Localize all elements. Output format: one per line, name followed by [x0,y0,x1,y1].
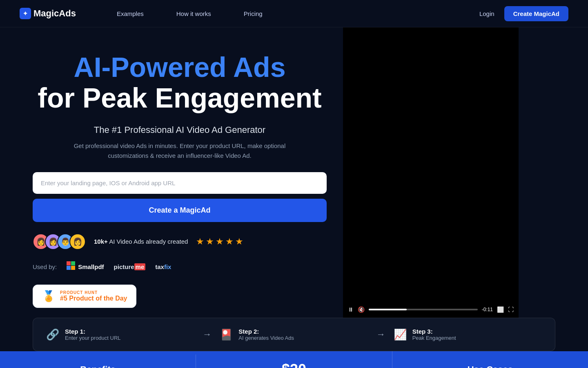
video-progress-fill [369,309,407,310]
star-4: ★ [225,236,234,247]
bottom-benefits-title: Benefits [80,364,116,368]
used-by-label: Used by: [33,263,57,270]
nav-link-examples[interactable]: Examples [100,0,160,27]
avatar: 👩 [69,233,86,250]
taxfix-name: taxfix [155,263,171,270]
svg-rect-0 [67,261,71,265]
used-by-section: Used by: Smallpdf pictureme taxfix [33,261,327,272]
ph-medal-icon: 🏅 [42,290,55,303]
fullscreen-button[interactable]: ⛶ [508,306,514,313]
smallpdf-icon [67,261,76,272]
navbar: ✦ MagicAds Examples How it works Pricing… [0,0,588,27]
avatar-group: 👩 👩 👨 👩 [33,233,86,250]
nav-link-pricing[interactable]: Pricing [227,0,279,27]
step-3: 📈 Step 3: Peak Engagement [394,328,542,341]
star-rating: ★ ★ ★ ★ ★ [196,236,243,247]
svg-rect-1 [71,261,75,265]
nav-actions: Login Create MagicAd [476,6,568,21]
logo-icon: ✦ [20,8,31,19]
bottom-col-use-cases: Use Cases [392,355,588,368]
ph-badge-text: PRODUCT HUNT #5 Product of the Day [60,290,127,302]
bottom-col-price: $30 [196,351,392,368]
step-1-text: Step 1: Enter your product URL [65,328,121,341]
bottom-use-cases-title: Use Cases [468,364,513,368]
video-controls: ⏸ 🔇 -0:11 ⬜ ⛶ [343,301,519,318]
star-2: ★ [206,236,214,247]
pictureme-name: pictureme [114,263,146,270]
brand-taxfix: taxfix [155,263,171,270]
step-3-desc: Peak Engagement [412,335,456,341]
social-proof: 👩 👩 👨 👩 10k+ AI Video Ads already create… [33,233,327,250]
create-magicad-nav-button[interactable]: Create MagicAd [504,6,568,21]
hero-video: ⏸ 🔇 -0:11 ⬜ ⛶ [343,27,519,318]
star-3: ★ [216,236,224,247]
ph-title: #5 Product of the Day [60,295,127,302]
pip-button[interactable]: ⬜ [497,306,504,313]
hero-section: AI-Powered Ads for Peak Engagement The #… [0,27,588,318]
product-hunt-badge[interactable]: 🏅 PRODUCT HUNT #5 Product of the Day [33,285,136,308]
login-button[interactable]: Login [476,10,498,17]
hero-title-blue: AI-Powered Ads [33,52,327,83]
steps-bar: 🔗 Step 1: Enter your product URL → 🎴 Ste… [33,318,555,351]
step-2-label: Step 2: [238,328,294,335]
step-2: 🎴 Step 2: AI generates Video Ads [220,328,368,341]
step-2-icon: 🎴 [220,328,233,341]
hero-title-white: for Peak Engagement [33,83,327,113]
step-1: 🔗 Step 1: Enter your product URL [46,328,194,341]
video-time: -0:11 [482,307,493,312]
social-proof-text: 10k+ AI Video Ads already created [94,238,188,245]
ph-tag: PRODUCT HUNT [60,290,127,295]
step-arrow-1: → [203,329,212,340]
nav-link-how-it-works[interactable]: How it works [160,0,227,27]
step-arrow-2: → [376,329,385,340]
smallpdf-name: Smallpdf [78,263,104,270]
create-magicad-hero-button[interactable]: Create a MagicAd [33,199,327,222]
step-3-icon: 📈 [394,328,407,341]
bottom-price-title: $30 [282,361,306,368]
step-1-icon: 🔗 [46,328,59,341]
star-1: ★ [196,236,204,247]
logo-text: MagicAds [33,8,76,19]
url-input-wrapper [33,172,327,194]
hero-left: AI-Powered Ads for Peak Engagement The #… [33,52,343,308]
brand-smallpdf: Smallpdf [67,261,104,272]
video-progress-bar[interactable] [369,309,478,310]
hero-subtitle: The #1 Professional AI Video Ad Generato… [33,125,327,135]
svg-rect-2 [67,266,71,270]
step-1-label: Step 1: [65,328,121,335]
step-2-text: Step 2: AI generates Video Ads [238,328,294,341]
pause-button[interactable]: ⏸ [348,306,354,313]
logo[interactable]: ✦ MagicAds [20,8,76,19]
bottom-section: Benefits $30 Use Cases [0,351,588,368]
hero-description: Get professional video Ads in minutes. E… [69,141,290,161]
svg-rect-3 [71,266,75,270]
step-3-text: Step 3: Peak Engagement [412,328,456,341]
url-input[interactable] [34,174,325,192]
bottom-col-benefits: Benefits [0,355,196,368]
step-1-desc: Enter your product URL [65,335,121,341]
nav-links: Examples How it works Pricing [100,0,476,27]
step-3-label: Step 3: [412,328,456,335]
mute-button[interactable]: 🔇 [358,306,365,313]
star-5: ★ [235,236,243,247]
step-2-desc: AI generates Video Ads [238,335,294,341]
brand-pictureme: pictureme [114,263,146,270]
